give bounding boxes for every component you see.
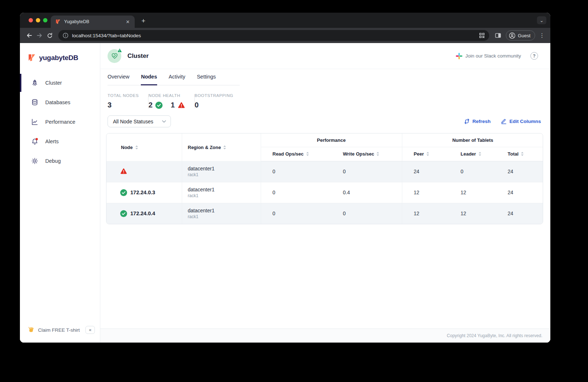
logo[interactable]: yugabyteDB	[20, 43, 100, 71]
logo-text: yugabyteDB	[39, 54, 78, 62]
column-header-region-zone[interactable]: Region & Zone	[182, 133, 261, 161]
sort-icon	[306, 152, 309, 156]
check-circle-icon	[120, 189, 127, 196]
refresh-label: Refresh	[472, 119, 491, 124]
stat-bootstrapping: BOOTSTRAPPING 0	[195, 93, 243, 109]
edit-columns-button[interactable]: Edit Columns	[501, 118, 541, 124]
tabs-row: Overview Nodes Activity Settings	[100, 69, 550, 85]
browser-tab-title: YugabyteDB	[64, 19, 125, 24]
url-text[interactable]: localhost:15434/?tab=tabNodes	[72, 33, 479, 38]
page-header: Cluster Join our Slack	[100, 43, 550, 69]
sidebar-item-cluster[interactable]: Cluster	[20, 73, 100, 93]
new-tab-button[interactable]: +	[139, 17, 148, 25]
sidebar-item-performance[interactable]: Performance	[20, 112, 100, 132]
slack-icon	[456, 53, 462, 59]
back-icon[interactable]	[24, 30, 34, 41]
table-row: datacenter1 rack1 0 0 24 0 24	[106, 161, 543, 182]
zone: rack1	[188, 214, 261, 219]
browser-window: YugabyteDB ✕ + ⌄	[20, 13, 550, 343]
profile-label: Guest	[518, 33, 530, 38]
app-root: yugabyteDB Cluster	[20, 43, 550, 343]
profile-button[interactable]: Guest	[506, 30, 535, 41]
site-info-icon[interactable]	[63, 33, 68, 38]
total-tablets: 24	[496, 161, 543, 182]
column-header-peer[interactable]: Peer	[402, 147, 449, 161]
cluster-health-icon	[108, 49, 121, 63]
column-header-read-ops[interactable]: Read Ops/sec	[261, 147, 331, 161]
sort-icon	[223, 145, 226, 150]
minimize-window-button[interactable]	[36, 18, 40, 22]
sidebar-item-label: Debug	[45, 158, 61, 164]
check-circle-icon	[155, 102, 163, 109]
read-ops: 0	[261, 203, 331, 224]
column-header-node[interactable]: Node	[106, 133, 182, 161]
warning-triangle-icon	[120, 168, 127, 175]
region: datacenter1	[188, 187, 261, 192]
sort-icon	[478, 152, 482, 156]
claim-tshirt-link[interactable]: Claim FREE T-shirt	[38, 327, 82, 333]
tab-overview[interactable]: Overview	[108, 69, 129, 85]
stat-value: 0	[195, 101, 199, 109]
main-content: Cluster Join our Slack	[100, 43, 550, 343]
sort-icon	[376, 152, 379, 156]
tab-activity[interactable]: Activity	[169, 69, 185, 85]
peer-tablets: 12	[402, 203, 449, 224]
forward-icon[interactable]	[34, 30, 45, 41]
stats-row: TOTAL NODES 3 NODE HEALTH 2	[100, 85, 550, 109]
unhealthy-count: 1	[171, 101, 175, 109]
sidebar-item-debug[interactable]: Debug	[20, 151, 100, 171]
reload-icon[interactable]	[45, 30, 55, 41]
copyright-text: Copyright 2024 YugaByte, Inc. All rights…	[447, 333, 542, 338]
total-tablets: 24	[496, 203, 543, 224]
url-bar[interactable]: localhost:15434/?tab=tabNodes	[58, 30, 489, 41]
sidebar-collapse-button[interactable]: «	[85, 326, 95, 334]
leader-tablets: 12	[449, 203, 496, 224]
tab-close-icon[interactable]: ✕	[125, 18, 131, 25]
zone: rack1	[188, 172, 261, 177]
write-ops: 0.4	[331, 182, 402, 203]
column-header-leader[interactable]: Leader	[449, 147, 496, 161]
sidebar-item-alerts[interactable]: Alerts	[20, 132, 100, 151]
tab-nodes[interactable]: Nodes	[141, 69, 157, 85]
bell-icon	[31, 137, 39, 145]
browser-tabstrip: YugabyteDB ✕ + ⌄	[20, 13, 550, 28]
wave-hand-icon	[28, 327, 34, 333]
sidebar-item-label: Cluster	[45, 80, 62, 86]
qr-code-icon[interactable]	[479, 33, 485, 38]
screenshot-stage: YugabyteDB ✕ + ⌄	[0, 0, 588, 382]
zoom-window-button[interactable]	[43, 18, 47, 22]
sidebar-nav: Cluster Databases	[20, 73, 100, 171]
table-row: 172.24.0.4 datacenter1 rack1 0 0 12	[106, 203, 543, 224]
healthy-count: 2	[148, 101, 152, 109]
leader-tablets: 0	[449, 161, 496, 182]
node-status-select[interactable]: All Node Statuses	[108, 115, 171, 127]
check-circle-icon	[120, 210, 127, 217]
column-header-write-ops[interactable]: Write Ops/sec	[331, 147, 402, 161]
stat-label: BOOTSTRAPPING	[195, 93, 234, 98]
group-header-tablets: Number of Tablets	[402, 133, 543, 147]
read-ops: 0	[261, 161, 331, 182]
peer-tablets: 12	[402, 182, 449, 203]
close-window-button[interactable]	[29, 18, 33, 22]
browser-menu-icon[interactable]: ⋮	[538, 32, 546, 39]
side-panel-icon[interactable]	[493, 30, 503, 41]
column-header-total[interactable]: Total	[496, 147, 543, 161]
sort-icon	[426, 152, 429, 156]
yugabytedb-logo-icon	[27, 53, 36, 62]
stat-node-health: NODE HEALTH 2	[148, 93, 194, 109]
slack-community-link[interactable]: Join our Slack community	[456, 53, 521, 59]
rocket-icon	[31, 79, 39, 87]
tab-overflow-chevron-icon[interactable]: ⌄	[537, 16, 546, 24]
gear-icon	[31, 157, 39, 165]
sidebar-item-label: Alerts	[45, 139, 59, 144]
browser-tab[interactable]: YugabyteDB ✕	[51, 16, 135, 28]
browser-toolbar: localhost:15434/?tab=tabNodes	[20, 28, 550, 43]
edit-columns-label: Edit Columns	[509, 119, 541, 124]
help-button[interactable]: ?	[530, 52, 538, 60]
stat-total-nodes: TOTAL NODES 3	[108, 93, 148, 109]
nodes-table: Node Region & Zone	[106, 133, 543, 224]
tab-settings[interactable]: Settings	[197, 69, 216, 85]
sidebar-item-databases[interactable]: Databases	[20, 93, 100, 112]
page-footer: Copyright 2024 YugaByte, Inc. All rights…	[100, 328, 550, 343]
refresh-button[interactable]: Refresh	[464, 118, 491, 124]
